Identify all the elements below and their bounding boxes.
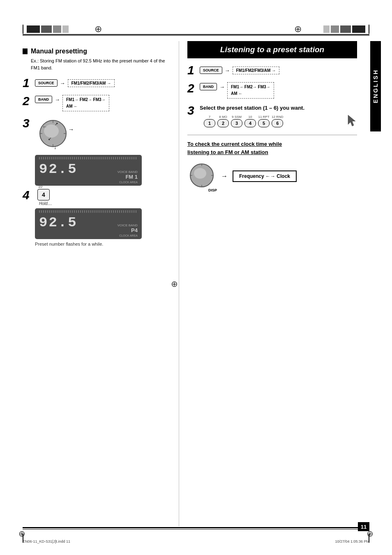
english-text: ENGLISH (372, 69, 379, 103)
disp-label: DISP (208, 188, 217, 192)
right-step-3-number: 3 (187, 104, 200, 117)
preset-button-4[interactable]: 4 (244, 119, 256, 127)
right-column: Listening to a preset station 1 SOURCE →… (183, 41, 369, 526)
display-preset: P4 (118, 227, 138, 233)
svg-text:↓: ↓ (54, 145, 56, 150)
disp-section: To check the current clock time whilelis… (187, 135, 357, 191)
step-4-number: 4 (23, 189, 35, 201)
band-button-left[interactable]: BAND (35, 96, 52, 103)
right-step-2-number: 2 (187, 82, 200, 94)
right-step-1-number: 1 (187, 64, 200, 76)
right-step-1: 1 SOURCE → FM1/FM2/FM3/AM → (187, 64, 357, 76)
crosshair-middle: ⊕ (171, 279, 178, 289)
disp-knob (187, 161, 216, 190)
preset-button-1[interactable]: 1 (204, 119, 215, 127)
display-band-1: FM 1 (118, 174, 138, 180)
listening-preset-title: Listening to a preset station (187, 41, 357, 58)
preset-button-2[interactable]: 2 (217, 119, 229, 127)
source-button-right-1[interactable]: SOURCE (200, 67, 222, 74)
display-screen-1: 92.5 VOICE BAND FM 1 CLOCK AREA (35, 155, 142, 186)
preset-caption: Preset number flashes for a while. (35, 242, 171, 246)
disp-title: To check the current clock time whilelis… (187, 140, 357, 156)
manual-presetting-subtitle: Ex.: Storing FM station of 92.5 MHz into… (31, 58, 171, 71)
svg-text:↙: ↙ (48, 136, 51, 141)
footer-right: 10/27/04 1:05:36 PM (335, 539, 369, 543)
right-step-3: 3 Select the preset station (1 – 6) you … (187, 104, 357, 127)
english-sidebar: ENGLISH (370, 41, 381, 131)
step-2-number: 2 (23, 95, 35, 107)
cursor-arrow (345, 113, 361, 129)
preset-4-button[interactable]: 4 (37, 189, 50, 200)
footer-left: EN06-11_KD-S31[J]t.indd 11 (23, 539, 70, 543)
fm-sequence-left-1: FM1/FM2/FM3/AM → (68, 79, 115, 87)
crosshair-bottom-left: ⊕ (18, 529, 25, 539)
crosshair-left: ⊕ (95, 24, 102, 35)
crosshair-right: ⊕ (294, 24, 302, 35)
freq-clock-box: Frequency ←→ Clock (233, 170, 297, 182)
left-step-3: 3 → ↖ ↓ ↙ (23, 117, 171, 152)
manual-presetting-title: Manual presetting (23, 48, 171, 55)
preset-button-3[interactable]: 3 (231, 119, 242, 127)
hold-text: Hold.... (39, 201, 52, 206)
preset-button-6[interactable]: 6 (272, 119, 283, 127)
page-number-box: 11 (358, 522, 369, 531)
preset-button-5[interactable]: 5 (258, 119, 270, 127)
left-step-2: 2 BAND → FM1→ FM2→ FM3→AM ← (23, 95, 171, 111)
svg-point-12 (194, 168, 206, 179)
fm-sequence-left-2: FM1→ FM2→ FM3→AM ← (62, 95, 109, 111)
svg-text:↗: ↗ (55, 122, 58, 126)
band-button-right[interactable]: BAND (200, 83, 217, 90)
left-column: Manual presetting Ex.: Storing FM statio… (23, 41, 175, 526)
tune-knob-svg: → ↖ ↓ ↙ ↗ (37, 117, 78, 150)
svg-text:→: → (68, 126, 74, 133)
source-button-left-1[interactable]: SOURCE (35, 79, 58, 87)
display-screen-2: 92.5 VOICE BAND P4 CLOCK AREA (35, 208, 142, 239)
fm-sequence-right-1: FM1/FM2/FM3/AM → (233, 67, 280, 74)
left-step-4: 4 10 4 Hold.... (23, 189, 171, 206)
display-freq-1: 92.5 (39, 161, 78, 177)
left-step-1: 1 SOURCE → FM1/FM2/FM3/AM → (23, 77, 171, 89)
step-3-number: 3 (23, 117, 35, 129)
step-1-number: 1 (23, 77, 35, 89)
display-freq-2: 92.5 (39, 215, 78, 230)
right-step-2: 2 BAND → FM1→ FM2→ FM3→AM ← (187, 82, 357, 99)
right-step-3-text: Select the preset station (1 – 6) you wa… (200, 104, 357, 112)
fm-sequence-right-2: FM1→ FM2→ FM3→AM ← (227, 82, 274, 99)
